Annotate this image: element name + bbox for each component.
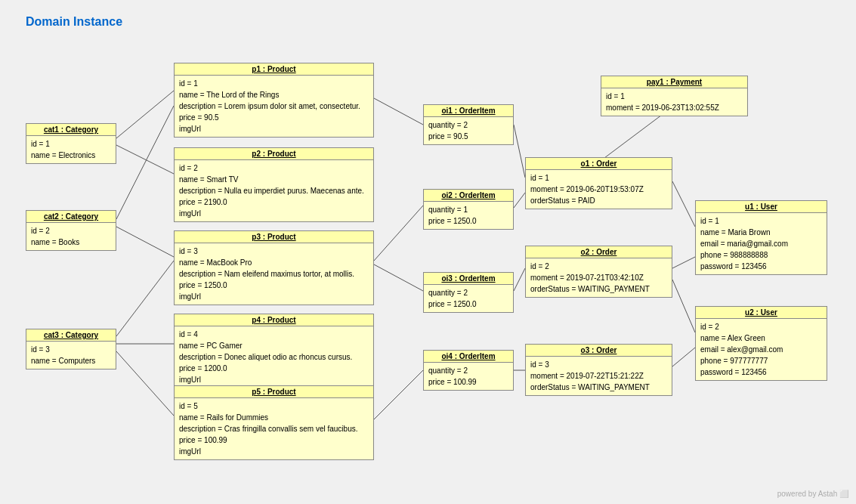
o1-body: id = 1 moment = 2019-06-20T19:53:07Z ord…	[526, 170, 672, 209]
oi4-body: quantity = 2 price = 100.99	[424, 363, 513, 390]
p2-header: p2 : Product	[175, 148, 373, 160]
cat2-box: cat2 : Category id = 2 name = Books	[26, 210, 116, 251]
svg-line-17	[672, 257, 695, 268]
oi3-header: oi3 : OrderItem	[424, 273, 513, 285]
svg-line-1	[116, 145, 174, 174]
cat1-box: cat1 : Category id = 1 name = Electronic…	[26, 123, 116, 164]
watermark: powered by Astah ⬜	[777, 490, 848, 498]
u2-box: u2 : User id = 2 name = Alex Green email…	[695, 306, 827, 381]
svg-line-8	[374, 206, 423, 261]
oi2-header: oi2 : OrderItem	[424, 190, 513, 202]
u2-header: u2 : User	[696, 307, 827, 319]
p1-body: id = 1 name = The Lord of the Rings desc…	[175, 76, 373, 137]
pay1-header: pay1 : Payment	[601, 76, 747, 88]
u2-body: id = 2 name = Alex Green email = alex@gm…	[696, 319, 827, 380]
o1-header: o1 : Order	[526, 158, 672, 170]
watermark-brand: ⬜	[839, 490, 848, 498]
o2-header: o2 : Order	[526, 246, 672, 258]
cat1-header: cat1 : Category	[26, 124, 116, 136]
o3-box: o3 : Order id = 3 moment = 2019-07-22T15…	[525, 344, 672, 396]
pay1-box: pay1 : Payment id = 1 moment = 2019-06-2…	[601, 76, 748, 116]
svg-line-6	[116, 261, 174, 336]
oi2-body: quantity = 1 price = 1250.0	[424, 202, 513, 229]
svg-line-2	[116, 227, 174, 257]
cat1-body: id = 1 name = Electronics	[26, 136, 116, 163]
p4-body: id = 4 name = PC Gamer description = Don…	[175, 326, 373, 388]
oi3-box: oi3 : OrderItem quantity = 2 price = 125…	[423, 272, 514, 313]
svg-line-16	[672, 181, 695, 227]
o1-box: o1 : Order id = 1 moment = 2019-06-20T19…	[525, 157, 672, 209]
u1-body: id = 1 name = Maria Brown email = maria@…	[696, 213, 827, 274]
p5-box: p5 : Product id = 5 name = Rails for Dum…	[174, 385, 374, 460]
p3-box: p3 : Product id = 3 name = MacBook Pro d…	[174, 230, 374, 305]
svg-line-3	[116, 106, 174, 219]
u1-box: u1 : User id = 1 name = Maria Brown emai…	[695, 200, 827, 275]
p1-header: p1 : Product	[175, 63, 373, 76]
cat3-body: id = 3 name = Computers	[26, 342, 116, 369]
p3-body: id = 3 name = MacBook Pro description = …	[175, 243, 373, 305]
u1-header: u1 : User	[696, 201, 827, 213]
p5-body: id = 5 name = Rails for Dummies descript…	[175, 398, 373, 459]
svg-line-13	[514, 268, 525, 291]
page-title: Domain Instance	[26, 15, 122, 29]
cat3-box: cat3 : Category id = 3 name = Computers	[26, 329, 116, 369]
oi4-box: oi4 : OrderItem quantity = 2 price = 100…	[423, 350, 514, 391]
oi1-box: oi1 : OrderItem quantity = 2 price = 90.…	[423, 104, 514, 145]
p4-header: p4 : Product	[175, 314, 373, 326]
o2-body: id = 2 moment = 2019-07-21T03:42:10Z ord…	[526, 258, 672, 297]
cat3-header: cat3 : Category	[26, 329, 116, 342]
watermark-text: powered by Astah	[777, 490, 838, 498]
svg-line-7	[374, 98, 423, 125]
svg-line-5	[116, 351, 174, 416]
p4-box: p4 : Product id = 4 name = PC Gamer desc…	[174, 314, 374, 388]
oi1-header: oi1 : OrderItem	[424, 105, 513, 117]
p2-box: p2 : Product id = 2 name = Smart TV desc…	[174, 147, 374, 222]
p2-body: id = 2 name = Smart TV description = Nul…	[175, 160, 373, 221]
oi2-box: oi2 : OrderItem quantity = 1 price = 125…	[423, 189, 514, 230]
p5-header: p5 : Product	[175, 386, 373, 398]
cat2-header: cat2 : Category	[26, 211, 116, 223]
svg-line-0	[116, 91, 174, 138]
svg-line-19	[672, 348, 695, 366]
oi4-header: oi4 : OrderItem	[424, 351, 513, 363]
svg-line-10	[374, 370, 423, 419]
oi1-body: quantity = 2 price = 90.5	[424, 117, 513, 144]
cat2-body: id = 2 name = Books	[26, 223, 116, 250]
o2-box: o2 : Order id = 2 moment = 2019-07-21T03…	[525, 246, 672, 298]
svg-line-9	[374, 264, 423, 291]
o3-body: id = 3 moment = 2019-07-22T15:21:22Z ord…	[526, 357, 672, 395]
svg-line-11	[514, 125, 525, 178]
p3-header: p3 : Product	[175, 231, 373, 243]
svg-line-18	[672, 280, 695, 332]
o3-header: o3 : Order	[526, 345, 672, 357]
svg-line-12	[514, 193, 525, 208]
pay1-body: id = 1 moment = 2019-06-23T13:02:55Z	[601, 88, 747, 116]
oi3-body: quantity = 2 price = 1250.0	[424, 285, 513, 312]
p1-box: p1 : Product id = 1 name = The Lord of t…	[174, 63, 374, 138]
